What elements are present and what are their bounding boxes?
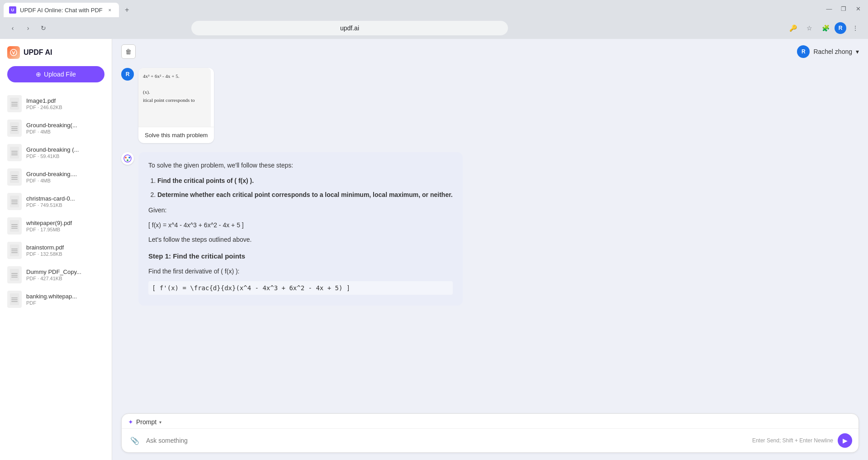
ai-step-2: Determine whether each critical point co… (157, 190, 453, 200)
minimize-button[interactable]: — (823, 2, 835, 15)
ask-input[interactable] (146, 437, 748, 444)
file-size: PDF · 427.41KB (26, 276, 104, 281)
user-dropdown-icon: ▾ (856, 48, 859, 55)
sidebar-header: UPDF AI (0, 39, 112, 66)
file-info: brainstorm.pdf PDF · 132.58KB (26, 244, 104, 257)
tab-close-button[interactable]: × (106, 6, 114, 14)
file-icon (7, 193, 22, 210)
file-icon-line (11, 179, 18, 180)
url-text: updf.ai (197, 24, 503, 32)
input-row: 📎 Enter Send; Shift + Enter Newline ▶ (122, 429, 859, 452)
extensions-button[interactable]: 🧩 (818, 21, 833, 35)
active-tab[interactable]: U UPDF AI Online: Chat with PDF × (4, 3, 119, 17)
file-icon (7, 217, 22, 235)
file-info: whitepaper(9).pdf PDF · 17.95MB (26, 220, 104, 232)
forward-button[interactable]: › (21, 21, 35, 35)
file-icon-lines (11, 151, 18, 155)
ai-avatar (121, 152, 134, 165)
math-line-1: 4x³ + 6x² - 4x + 5. (143, 72, 195, 81)
file-list-item[interactable]: brainstorm.pdf PDF · 132.58KB (0, 238, 112, 263)
file-icon-line (11, 226, 18, 227)
file-icon-lines (11, 224, 18, 229)
main-content: 🗑 R Rachel zhong ▾ R 4x³ + 6x² - 4x + 5. (112, 39, 868, 460)
app-container: UPDF AI ⊕ Upload File Image1.pdf PDF · 2… (0, 39, 868, 460)
updf-logo (7, 46, 20, 59)
file-icon (7, 120, 22, 137)
profile-avatar[interactable]: R (835, 22, 846, 34)
prompt-chevron-icon[interactable]: ▾ (159, 420, 161, 425)
file-icon-line (11, 104, 18, 105)
sparkle-icon: ✦ (128, 418, 133, 426)
file-icon (7, 266, 22, 283)
file-icon-lines (11, 200, 18, 204)
chat-header: 🗑 R Rachel zhong ▾ (112, 39, 868, 64)
clear-chat-button[interactable]: 🗑 (121, 44, 136, 59)
file-list-item[interactable]: Dummy PDF_Copy... PDF · 427.41KB (0, 263, 112, 287)
menu-button[interactable]: ⋮ (848, 21, 863, 35)
file-icon-line (11, 177, 18, 178)
send-icon: ▶ (843, 437, 848, 444)
file-list: Image1.pdf PDF · 246.62KB Ground-breakin… (0, 90, 112, 460)
upload-icon: ⊕ (36, 71, 41, 78)
file-size: PDF · 17.95MB (26, 227, 104, 232)
upload-file-button[interactable]: ⊕ Upload File (7, 66, 104, 82)
file-list-item[interactable]: whitepaper(9).pdf PDF · 17.95MB (0, 214, 112, 238)
file-icon-line (11, 151, 18, 152)
close-button[interactable]: ✕ (852, 2, 864, 15)
file-icon-lines (11, 273, 18, 278)
file-icon (7, 242, 22, 259)
user-info[interactable]: R Rachel zhong ▾ (797, 45, 859, 58)
file-size: PDF · 749.51KB (26, 202, 104, 208)
maximize-button[interactable]: ❐ (837, 2, 850, 15)
bookmark-button[interactable]: ☆ (802, 21, 816, 35)
file-icon-line (11, 250, 18, 251)
file-icon-lines (11, 175, 18, 180)
file-list-item[interactable]: Ground-breaking.... PDF · 4MB (0, 165, 112, 189)
user-msg-avatar: R (121, 68, 134, 81)
reload-button[interactable]: ↻ (36, 21, 51, 35)
step-1-text: Find the critical points of ( f(x) ). (157, 177, 254, 184)
file-icon-line (11, 224, 18, 225)
url-bar[interactable]: updf.ai (191, 21, 508, 35)
file-list-item[interactable]: Ground-breaking (... PDF · 59.41KB (0, 140, 112, 165)
file-icon-line (11, 277, 18, 278)
back-button[interactable]: ‹ (5, 21, 20, 35)
chat-area[interactable]: R 4x³ + 6x² - 4x + 5. (x). itical point … (112, 64, 868, 409)
file-icon-line (11, 128, 18, 129)
file-name: Ground-breaking.... (26, 171, 104, 177)
file-name: brainstorm.pdf (26, 244, 104, 251)
file-list-item[interactable]: christmas-card-0... PDF · 749.51KB (0, 189, 112, 214)
file-info: Ground-breaking (... PDF · 59.41KB (26, 146, 104, 159)
file-icon-lines (11, 297, 18, 302)
file-name: Image1.pdf (26, 97, 104, 104)
input-top-bar: ✦ Prompt ▾ (122, 414, 859, 429)
svg-point-3 (128, 157, 130, 158)
file-icon-line (11, 228, 18, 229)
svg-point-0 (10, 49, 17, 56)
file-icon-line (11, 153, 18, 153)
upload-label: Upload File (44, 71, 76, 78)
file-icon-line (11, 275, 18, 276)
file-icon-lines (11, 249, 18, 253)
file-list-item[interactable]: Ground-breaking(... PDF · 4MB (0, 116, 112, 140)
file-size: PDF · 132.58KB (26, 251, 104, 257)
file-info: Image1.pdf PDF · 246.62KB (26, 97, 104, 110)
file-icon-line (11, 203, 18, 204)
file-icon-line (11, 130, 18, 131)
new-tab-button[interactable]: + (121, 4, 133, 16)
user-avatar: R (797, 45, 810, 58)
file-size: PDF · 59.41KB (26, 153, 104, 159)
file-list-item[interactable]: Image1.pdf PDF · 246.62KB (0, 91, 112, 116)
nav-buttons: ‹ › ↻ (5, 21, 51, 35)
ai-steps-list: Find the critical points of ( f(x) ). De… (148, 176, 453, 200)
user-message: R 4x³ + 6x² - 4x + 5. (x). itical point … (121, 68, 429, 143)
file-icon-lines (11, 126, 18, 131)
prompt-label: Prompt (136, 418, 157, 426)
file-icon-line (11, 102, 18, 103)
attach-button[interactable]: 📎 (128, 434, 142, 447)
step-2-text: Determine whether each critical point co… (157, 191, 453, 198)
file-list-item[interactable]: banking.whitepap... PDF (0, 287, 112, 311)
send-button[interactable]: ▶ (838, 433, 852, 448)
lens-button[interactable]: 🔑 (786, 21, 800, 35)
file-icon-line (11, 201, 18, 202)
